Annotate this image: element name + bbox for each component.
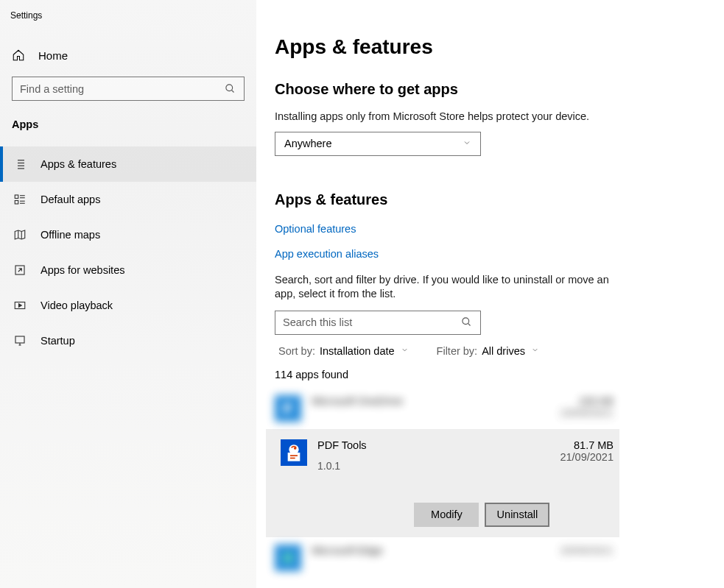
app-row-blurred: Microsoft OneDrive 193 KB 23/09/2021 [275, 388, 614, 429]
app-icon-pdf [281, 439, 307, 466]
home-label: Home [38, 49, 68, 62]
source-dropdown[interactable]: Anywhere [275, 132, 481, 156]
open-icon [13, 263, 27, 277]
app-icon [275, 545, 301, 571]
sort-value: Installation date [320, 345, 395, 357]
app-version: 1.0.1 [317, 460, 549, 472]
sort-by-dropdown[interactable]: Sort by: Installation date [278, 345, 409, 357]
svg-rect-20 [15, 336, 24, 343]
category-label: Apps [0, 118, 256, 146]
app-list-search[interactable] [275, 311, 481, 335]
app-name: Microsoft OneDrive [312, 395, 549, 407]
svg-line-1 [231, 90, 233, 92]
home-icon [12, 49, 25, 62]
map-icon [13, 227, 27, 242]
nav-label: Startup [41, 335, 75, 347]
chevron-down-icon [463, 138, 471, 149]
source-description: Installing apps only from Microsoft Stor… [275, 110, 614, 124]
defaults-icon [13, 192, 27, 207]
page-title: Apps & features [275, 35, 724, 59]
app-name: Microsoft Edge [312, 545, 549, 556]
sidebar-search[interactable] [12, 77, 245, 101]
nav-offline-maps[interactable]: Offline maps [0, 217, 256, 252]
sidebar: Settings Home Apps Apps & features Defau… [0, 0, 256, 588]
app-aliases-link[interactable]: App execution aliases [275, 248, 724, 260]
svg-rect-10 [15, 195, 18, 199]
video-icon [13, 298, 27, 313]
nav-startup[interactable]: Startup [0, 323, 256, 358]
sidebar-search-input[interactable] [20, 83, 225, 95]
svg-rect-28 [290, 455, 298, 456]
features-description: Search, sort and filter by drive. If you… [275, 273, 614, 302]
filter-value: All drives [482, 345, 525, 357]
window-title: Settings [0, 10, 256, 21]
source-heading: Choose where to get apps [275, 81, 724, 98]
nav-label: Video playback [41, 300, 113, 311]
filter-row: Sort by: Installation date Filter by: Al… [278, 345, 724, 357]
dropdown-value: Anywhere [284, 138, 331, 149]
search-icon [225, 83, 236, 95]
app-date: 21/09/2021 [560, 451, 614, 463]
sort-label: Sort by: [278, 345, 315, 357]
svg-line-24 [468, 324, 470, 326]
app-size: 81.7 MB [560, 439, 614, 451]
app-list-search-input[interactable] [283, 316, 461, 328]
svg-point-23 [463, 318, 469, 325]
main-content: Apps & features Choose where to get apps… [256, 0, 724, 588]
svg-rect-29 [290, 457, 295, 458]
list-icon [13, 157, 27, 171]
nav-video-playback[interactable]: Video playback [0, 288, 256, 323]
chevron-down-icon [401, 346, 409, 355]
nav-default-apps[interactable]: Default apps [0, 182, 256, 217]
app-name: PDF Tools [317, 439, 549, 451]
app-row-blurred: Microsoft Edge 20/09/2021 [275, 537, 614, 578]
chevron-down-icon [531, 346, 539, 355]
button-row: Modify Uninstall [317, 503, 549, 527]
startup-icon [13, 333, 27, 348]
home-nav[interactable]: Home [0, 49, 256, 77]
app-row-selected[interactable]: PDF Tools 1.0.1 Modify Uninstall 81.7 MB… [266, 429, 619, 537]
nav-apps-features[interactable]: Apps & features [0, 146, 256, 182]
svg-rect-13 [15, 201, 18, 205]
nav-label: Apps for websites [41, 264, 124, 276]
nav-label: Apps & features [41, 158, 116, 170]
nav-label: Offline maps [41, 229, 100, 241]
app-icon [275, 395, 301, 422]
filter-by-dropdown[interactable]: Filter by: All drives [437, 345, 539, 357]
nav-apps-websites[interactable]: Apps for websites [0, 252, 256, 288]
app-size: 193 KB [560, 395, 614, 407]
modify-button[interactable]: Modify [414, 503, 479, 527]
optional-features-link[interactable]: Optional features [275, 223, 724, 235]
svg-point-30 [283, 552, 294, 563]
uninstall-button[interactable]: Uninstall [485, 503, 549, 527]
features-heading: Apps & features [275, 191, 724, 208]
nav-label: Default apps [41, 194, 100, 205]
app-date: 23/09/2021 [560, 407, 614, 419]
filter-label: Filter by: [437, 345, 478, 357]
app-date: 20/09/2021 [560, 545, 614, 556]
search-icon [461, 316, 473, 328]
app-count: 114 apps found [275, 369, 724, 380]
svg-point-0 [226, 84, 233, 91]
